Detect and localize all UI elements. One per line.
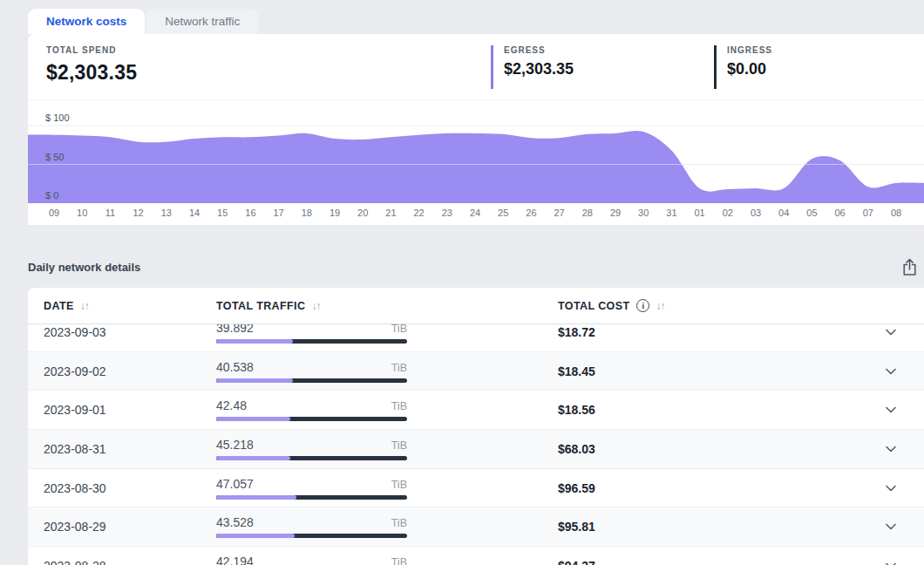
row-total-cost: $96.59: [558, 481, 884, 495]
row-total-cost: $68.03: [558, 442, 884, 456]
row-total-cost: $95.81: [558, 520, 884, 534]
daily-network-details-heading: Daily network details: [28, 261, 140, 274]
x-axis-tick-label: 05: [798, 208, 825, 218]
x-axis-tick-label: 08: [883, 208, 909, 218]
table-row[interactable]: 2023-08-30 47.057 TiB $96.59: [28, 469, 924, 508]
chevron-down-icon: [884, 481, 898, 495]
sort-icon[interactable]: ↓↑: [311, 300, 320, 312]
row-traffic-value: 47.057: [216, 477, 254, 491]
y-axis-tick-label: $ 100: [45, 112, 70, 123]
x-axis-tick-label: 12: [126, 208, 152, 218]
column-header-total-traffic[interactable]: TOTAL TRAFFIC ↓↑: [216, 300, 558, 312]
row-traffic-value: 42.48: [216, 398, 247, 412]
chevron-down-icon: [884, 442, 898, 456]
total-spend-stat: TOTAL SPEND $2,303.35: [46, 45, 137, 85]
total-traffic-header-label: TOTAL TRAFFIC: [216, 300, 305, 312]
egress-value: $2,303.35: [504, 60, 574, 78]
chevron-down-icon: [884, 325, 898, 339]
tab-bar: Network costs Network traffic: [28, 9, 258, 34]
column-header-date[interactable]: DATE ↓↑: [44, 300, 216, 312]
row-traffic-value: 45.218: [216, 438, 254, 452]
x-axis-tick-label: 19: [322, 208, 348, 218]
traffic-bar-egress-fill: [216, 456, 290, 460]
ingress-label: INGRESS: [727, 45, 772, 55]
chevron-down-icon: [884, 559, 898, 565]
expand-row-button[interactable]: [884, 481, 898, 495]
traffic-bar: [216, 495, 407, 500]
ingress-stat: INGRESS $0.00: [714, 45, 772, 89]
x-axis-tick-label: 20: [350, 208, 376, 218]
total-spend-value: $2,303.35: [46, 61, 137, 85]
row-date: 2023-08-31: [44, 442, 216, 456]
row-traffic-value: 42.194: [216, 555, 254, 565]
expand-row-button[interactable]: [884, 559, 898, 565]
traffic-bar-egress-fill: [216, 339, 293, 344]
date-header-label: DATE: [44, 300, 74, 312]
expand-row-button[interactable]: [884, 325, 898, 339]
row-traffic-unit: TiB: [391, 324, 407, 335]
table-row[interactable]: 2023-09-03 39.892 TiB $18.72: [28, 324, 924, 352]
ingress-value: $0.00: [727, 60, 772, 78]
column-header-total-cost[interactable]: TOTAL COST i ↓↑: [558, 299, 908, 312]
traffic-bar: [216, 339, 407, 344]
x-axis-tick-label: 01: [687, 208, 713, 218]
traffic-bar-egress-fill: [216, 534, 295, 538]
table-row[interactable]: 2023-08-28 42.194 TiB $94.37: [28, 547, 924, 565]
row-traffic-unit: TiB: [391, 362, 407, 374]
expand-row-button[interactable]: [884, 403, 898, 417]
traffic-bar-egress-fill: [216, 417, 290, 421]
tab-network-costs-label: Network costs: [46, 15, 126, 28]
traffic-bar: [216, 456, 407, 460]
chevron-down-icon: [884, 520, 898, 534]
row-date: 2023-08-29: [44, 520, 216, 534]
x-axis-tick-label: 13: [153, 208, 180, 218]
expand-row-button[interactable]: [884, 442, 898, 456]
total-spend-label: TOTAL SPEND: [46, 45, 137, 55]
x-axis-tick-label: 18: [294, 208, 320, 218]
sort-icon[interactable]: ↓↑: [656, 300, 664, 312]
x-axis-tick-label: 23: [434, 208, 460, 218]
row-traffic-cell: 45.218 TiB: [216, 438, 407, 460]
table-row[interactable]: 2023-09-02 40.538 TiB $18.45: [28, 352, 924, 391]
x-axis-tick-label: 25: [490, 208, 516, 218]
egress-stat: EGRESS $2,303.35: [491, 45, 574, 89]
row-date: 2023-09-02: [44, 364, 216, 378]
chevron-down-icon: [884, 364, 898, 378]
y-axis-tick-label: $ 0: [45, 190, 58, 201]
info-icon[interactable]: i: [636, 299, 649, 312]
table-row[interactable]: 2023-08-31 45.218 TiB $68.03: [28, 430, 924, 469]
row-traffic-unit: TiB: [391, 517, 407, 529]
table-row[interactable]: 2023-09-01 42.48 TiB $18.56: [28, 391, 924, 430]
sort-icon[interactable]: ↓↑: [80, 300, 89, 312]
x-axis-tick-label: 28: [574, 208, 601, 218]
table-body: 2023-09-03 39.892 TiB $18.72 2023-09-02 …: [28, 324, 924, 565]
x-axis-tick-label: 22: [406, 208, 432, 218]
table-row[interactable]: 2023-08-29 43.528 TiB $95.81: [28, 507, 924, 547]
tab-network-traffic-label: Network traffic: [165, 15, 240, 28]
x-axis-tick-label: 14: [181, 208, 207, 218]
x-axis-tick-label: 27: [547, 208, 573, 218]
daily-details-table: DATE ↓↑ TOTAL TRAFFIC ↓↑ TOTAL COST i ↓↑…: [28, 288, 924, 565]
row-total-cost: $94.37: [558, 559, 884, 565]
costs-summary-card: TOTAL SPEND $2,303.35 EGRESS $2,303.35 I…: [28, 34, 924, 225]
row-date: 2023-08-28: [44, 559, 216, 565]
x-axis-tick-label: 31: [658, 208, 684, 218]
row-total-cost: $18.56: [558, 403, 884, 417]
tab-network-traffic[interactable]: Network traffic: [146, 9, 258, 34]
row-date: 2023-09-03: [44, 325, 216, 339]
row-traffic-unit: TiB: [391, 439, 407, 452]
row-traffic-cell: 40.538 TiB: [216, 360, 407, 383]
row-total-cost: $18.72: [558, 325, 884, 339]
x-axis-tick-label: 03: [743, 208, 769, 218]
row-total-cost: $18.45: [558, 364, 884, 378]
y-axis-tick-label: $ 50: [45, 152, 64, 162]
traffic-bar: [216, 534, 407, 538]
x-axis-tick-label: 26: [518, 208, 544, 218]
expand-row-button[interactable]: [884, 520, 898, 534]
x-axis-tick-label: 11: [97, 208, 123, 218]
export-button[interactable]: [899, 256, 920, 277]
traffic-bar: [216, 417, 407, 421]
tab-network-costs[interactable]: Network costs: [28, 9, 145, 34]
summary-stats-row: TOTAL SPEND $2,303.35 EGRESS $2,303.35 I…: [28, 34, 924, 100]
expand-row-button[interactable]: [884, 364, 898, 378]
